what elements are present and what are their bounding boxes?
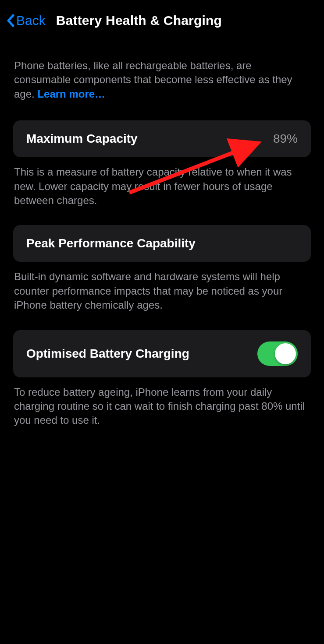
maximum-capacity-row: Maximum Capacity 89% — [26, 132, 298, 146]
chevron-left-icon — [7, 14, 14, 27]
maximum-capacity-value: 89% — [273, 132, 298, 146]
optimised-charging-toggle[interactable] — [257, 341, 298, 366]
peak-performance-label: Peak Performance Capability — [26, 236, 196, 250]
toggle-knob-icon — [275, 343, 296, 364]
maximum-capacity-description: This is a measure of battery capacity re… — [13, 165, 311, 208]
maximum-capacity-label: Maximum Capacity — [26, 132, 138, 146]
page-title: Battery Health & Charging — [56, 13, 222, 28]
peak-performance-description: Built-in dynamic software and hardware s… — [13, 270, 311, 312]
back-label: Back — [16, 13, 46, 28]
optimised-charging-description: To reduce battery ageing, iPhone learns … — [13, 385, 311, 428]
maximum-capacity-card[interactable]: Maximum Capacity 89% — [13, 120, 311, 157]
peak-performance-card[interactable]: Peak Performance Capability — [13, 225, 311, 262]
content-area: Phone batteries, like all rechargeable b… — [0, 59, 324, 428]
nav-header: Back Battery Health & Charging — [0, 0, 324, 32]
intro-text: Phone batteries, like all rechargeable b… — [13, 59, 311, 101]
back-button[interactable]: Back — [7, 13, 46, 28]
learn-more-link[interactable]: Learn more… — [37, 88, 105, 100]
optimised-charging-label: Optimised Battery Charging — [26, 347, 189, 361]
peak-performance-row: Peak Performance Capability — [26, 236, 298, 250]
optimised-charging-card: Optimised Battery Charging — [13, 330, 311, 377]
optimised-charging-row: Optimised Battery Charging — [26, 341, 298, 366]
